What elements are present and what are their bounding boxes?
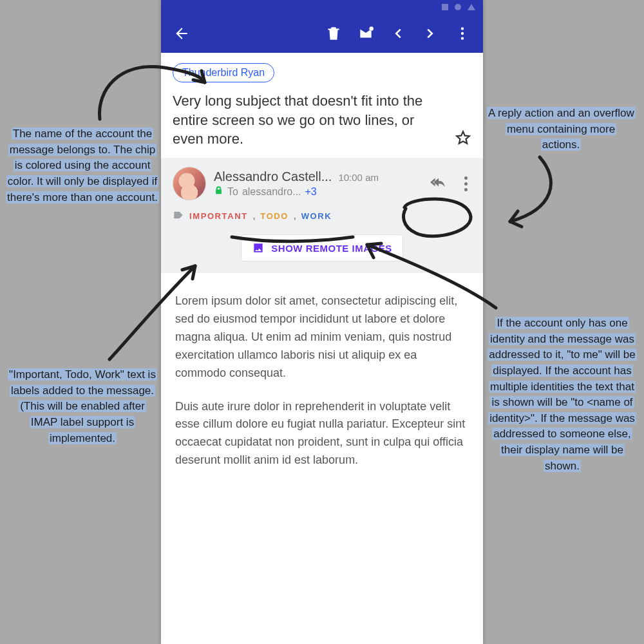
tag-icon xyxy=(173,209,184,223)
reply-all-button[interactable] xyxy=(430,174,446,193)
delete-button[interactable] xyxy=(319,19,348,48)
next-message-button[interactable] xyxy=(416,19,444,48)
appbar-overflow-button[interactable] xyxy=(448,19,477,48)
more-vert-icon xyxy=(454,25,471,42)
phone-frame: Thunderbird Ryan Very long subject that … xyxy=(161,0,483,644)
annotation-actions: A reply action and an overflow menu cont… xyxy=(487,106,635,153)
annotation-labels: "Important, Todo, Work" text is labels a… xyxy=(5,367,160,446)
to-name: alessandro... xyxy=(242,186,301,198)
body-paragraph: Duis aute irure dolor in reprehenderit i… xyxy=(175,398,469,470)
dot-icon xyxy=(464,188,468,191)
lock-icon xyxy=(214,185,223,198)
to-prefix: To xyxy=(227,186,238,198)
status-icon-circle xyxy=(455,4,461,10)
status-icon-square xyxy=(442,4,448,10)
star-outline-icon xyxy=(455,129,471,146)
subject-text: Very long subject that doesn't fit into … xyxy=(173,91,448,149)
dot-icon xyxy=(464,176,468,180)
svg-point-3 xyxy=(461,37,464,39)
chevron-right-icon xyxy=(423,26,437,41)
arrow-left-icon xyxy=(173,25,190,42)
star-button[interactable] xyxy=(455,129,471,149)
message-header: Alessandro Castell... 10:00 am To alessa… xyxy=(161,158,483,273)
recipients-line[interactable]: To alessandro... +3 xyxy=(214,185,379,198)
label-important[interactable]: IMPORTANT xyxy=(189,211,248,221)
message-body: Lorem ipsum dolor sit amet, consectetur … xyxy=(161,273,483,489)
account-chip-row: Thunderbird Ryan xyxy=(161,53,483,86)
subject-row: Very long subject that doesn't fit into … xyxy=(161,86,483,158)
account-chip[interactable]: Thunderbird Ryan xyxy=(173,63,274,82)
body-paragraph: Lorem ipsum dolor sit amet, consectetur … xyxy=(175,292,469,382)
message-time: 10:00 am xyxy=(338,172,379,183)
label-work[interactable]: WORK xyxy=(301,211,332,221)
svg-point-1 xyxy=(461,27,464,30)
reply-all-icon xyxy=(430,174,446,191)
sender-avatar[interactable] xyxy=(173,167,206,200)
prev-message-button[interactable] xyxy=(384,19,412,48)
sender-name[interactable]: Alessandro Castell... xyxy=(214,169,332,184)
labels-row: IMPORTANT, TODO, WORK xyxy=(173,209,471,223)
annotation-account-chip: The name of the account the message belo… xyxy=(5,126,160,205)
svg-point-0 xyxy=(369,26,374,31)
annotation-to-line: If the account only has one identity and… xyxy=(487,316,638,474)
show-remote-images-button[interactable]: SHOW REMOTE IMAGES xyxy=(241,234,402,261)
label-todo[interactable]: TODO xyxy=(260,211,289,221)
status-bar xyxy=(161,0,483,14)
show-remote-images-label: SHOW REMOTE IMAGES xyxy=(271,243,392,254)
app-bar xyxy=(161,14,483,53)
back-button[interactable] xyxy=(167,19,196,48)
image-icon xyxy=(252,242,265,254)
dot-icon xyxy=(464,182,468,185)
svg-point-2 xyxy=(461,32,464,35)
message-overflow-button[interactable] xyxy=(460,174,471,194)
trash-icon xyxy=(325,25,342,42)
more-recipients-count: +3 xyxy=(305,186,317,198)
mail-unread-icon xyxy=(357,25,374,42)
status-icon-triangle xyxy=(468,4,475,10)
chevron-left-icon xyxy=(391,26,405,41)
mark-unread-button[interactable] xyxy=(352,19,380,48)
